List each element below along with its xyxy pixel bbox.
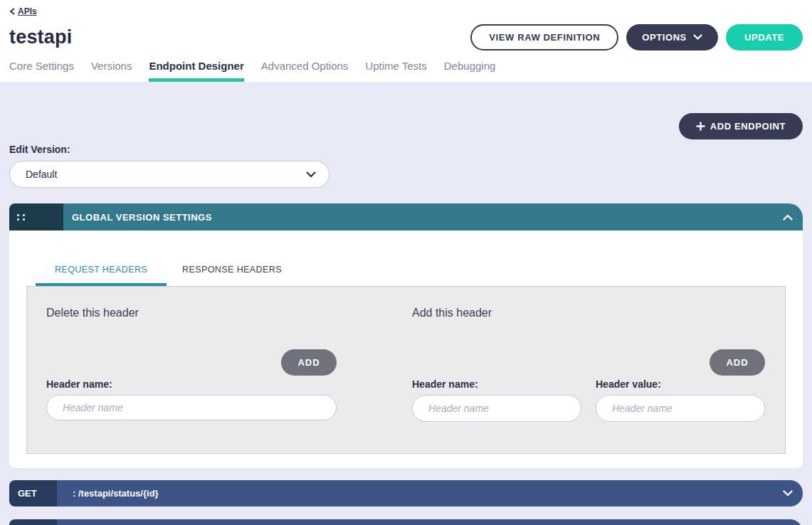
global-version-settings-title: GLOBAL VERSION SETTINGS [72,212,212,223]
chevron-down-icon [306,171,316,178]
add-header-value-label: Header value: [596,378,765,391]
main-tabs: Core Settings Versions Endpoint Designer… [9,60,803,82]
global-version-settings-card: GLOBAL VERSION SETTINGS REQUEST HEADERS … [9,203,803,468]
global-version-settings-body: REQUEST HEADERS RESPONSE HEADERS Delete … [9,230,803,468]
page-title: testapi [9,26,72,48]
add-header-name-input[interactable] [412,395,581,422]
delete-header-section: Delete this header ADD Header name: [46,307,337,420]
options-button-label: OPTIONS [642,32,687,43]
delete-header-title: Delete this header [46,307,337,319]
tab-response-headers[interactable]: RESPONSE HEADERS [182,265,282,286]
drag-handle[interactable] [9,203,63,230]
add-header-section: Add this header ADD Header name: Header … [412,307,765,420]
view-raw-definition-button[interactable]: VIEW RAW DEFINITION [470,24,618,51]
tab-request-headers[interactable]: REQUEST HEADERS [36,265,167,286]
endpoint-method-badge: GET [9,519,57,525]
delete-header-name-label: Header name: [46,378,337,391]
header-actions: VIEW RAW DEFINITION OPTIONS UPDATE [470,24,803,51]
plus-icon [696,122,705,131]
delete-header-add-button[interactable]: ADD [281,349,337,376]
tab-endpoint-designer[interactable]: Endpoint Designer [149,60,243,82]
chevron-up-icon[interactable] [783,214,793,221]
tab-core-settings[interactable]: Core Settings [9,60,74,82]
add-endpoint-button[interactable]: ADD ENDPOINT [679,113,803,139]
add-header-name-label: Header name: [412,378,581,391]
add-header-value-group: Header value: [596,376,765,422]
add-endpoint-label: ADD ENDPOINT [710,121,786,132]
tab-uptime-tests[interactable]: Uptime Tests [365,60,426,82]
endpoint-row[interactable]: GET : /testapi/json [9,519,803,525]
breadcrumb-label: APIs [18,6,37,16]
add-header-add-button[interactable]: ADD [710,349,765,376]
chevron-left-icon [9,8,16,15]
edit-version-label: Edit Version: [9,144,803,155]
options-button[interactable]: OPTIONS [626,24,718,51]
header-tabs: REQUEST HEADERS RESPONSE HEADERS [9,230,803,286]
page-header: APIs testapi VIEW RAW DEFINITION OPTIONS… [0,0,812,82]
tab-debugging[interactable]: Debugging [444,60,496,82]
endpoint-path: : /testapi/status/{id} [73,488,159,499]
tab-versions[interactable]: Versions [91,60,132,82]
add-header-title: Add this header [412,307,765,319]
drag-handle-icon [17,214,19,216]
add-header-name-group: Header name: [412,376,581,422]
endpoint-designer-panel: ADD ENDPOINT Edit Version: Default GLOBA… [0,82,812,525]
tab-advanced-options[interactable]: Advanced Options [261,60,349,82]
breadcrumb[interactable]: APIs [9,6,37,16]
chevron-down-icon[interactable] [783,490,793,497]
delete-header-name-input[interactable] [46,395,337,420]
request-headers-panel: Delete this header ADD Header name: Add … [26,286,786,454]
edit-version-value: Default [26,169,57,180]
endpoint-method-badge: GET [9,480,57,507]
update-button[interactable]: UPDATE [726,24,803,51]
edit-version-select[interactable]: Default [9,161,329,188]
chevron-down-icon [693,34,702,41]
add-header-value-input[interactable] [596,395,765,422]
endpoint-row[interactable]: GET : /testapi/status/{id} [9,480,803,507]
global-version-settings-header[interactable]: GLOBAL VERSION SETTINGS [9,203,803,230]
